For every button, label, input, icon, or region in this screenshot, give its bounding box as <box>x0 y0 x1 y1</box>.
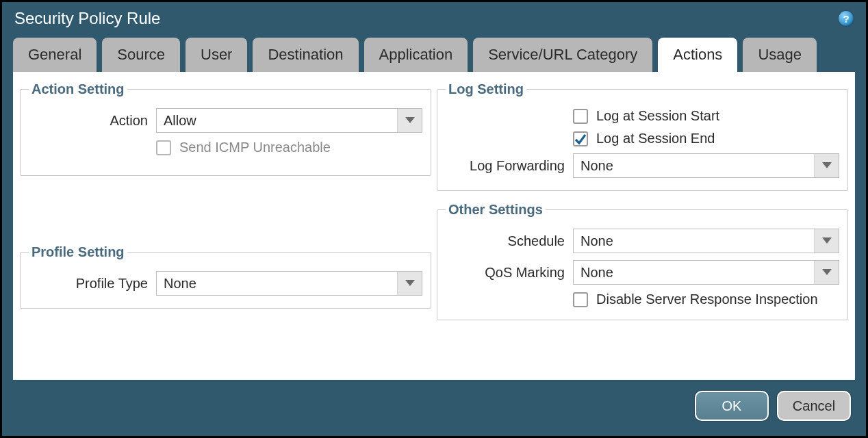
action-select[interactable]: Allow <box>156 108 422 133</box>
tab-source[interactable]: Source <box>102 38 180 72</box>
schedule-select-value: None <box>574 233 620 249</box>
profile-type-label: Profile Type <box>29 276 156 292</box>
chevron-down-icon <box>397 272 422 295</box>
action-setting-group: Action Setting Action Allow Send ICMP Un… <box>20 81 431 176</box>
log-session-end-checkbox[interactable] <box>573 131 588 146</box>
tab-user[interactable]: User <box>186 38 247 72</box>
schedule-label: Schedule <box>446 233 573 249</box>
log-forwarding-select[interactable]: None <box>573 153 839 178</box>
other-settings-legend: Other Settings <box>446 202 546 218</box>
tab-actions[interactable]: Actions <box>658 38 737 72</box>
tab-destination[interactable]: Destination <box>253 38 358 72</box>
log-forwarding-select-value: None <box>574 158 620 174</box>
tab-usage[interactable]: Usage <box>743 38 817 72</box>
profile-type-select-value: None <box>157 276 203 292</box>
button-bar: OK Cancel <box>2 380 866 436</box>
qos-marking-select-value: None <box>574 265 620 281</box>
title-bar: Security Policy Rule ? <box>2 2 866 38</box>
svg-marker-2 <box>822 162 832 168</box>
right-column: Log Setting Log at Session Start Log at … <box>437 81 848 370</box>
action-select-value: Allow <box>157 113 203 129</box>
chevron-down-icon <box>814 261 839 284</box>
svg-marker-4 <box>822 269 832 275</box>
tab-general[interactable]: General <box>13 38 97 72</box>
log-forwarding-label: Log Forwarding <box>446 158 573 174</box>
send-icmp-checkbox <box>156 140 171 155</box>
left-column: Action Setting Action Allow Send ICMP Un… <box>20 81 431 370</box>
chevron-down-icon <box>397 109 422 132</box>
tab-application[interactable]: Application <box>364 38 468 72</box>
profile-setting-legend: Profile Setting <box>29 244 127 260</box>
profile-type-select[interactable]: None <box>156 271 422 296</box>
dialog-title: Security Policy Rule <box>14 9 160 28</box>
action-label: Action <box>29 113 156 129</box>
disable-inspection-label: Disable Server Response Inspection <box>596 292 818 307</box>
ok-button[interactable]: OK <box>695 391 769 421</box>
qos-marking-select[interactable]: None <box>573 260 839 285</box>
help-icon[interactable]: ? <box>839 11 854 26</box>
svg-marker-3 <box>822 237 832 244</box>
log-setting-legend: Log Setting <box>446 81 526 97</box>
tab-strip: General Source User Destination Applicat… <box>2 38 866 72</box>
disable-inspection-checkbox[interactable] <box>573 292 588 307</box>
action-setting-legend: Action Setting <box>29 81 127 97</box>
log-session-start-checkbox[interactable] <box>573 109 588 124</box>
log-setting-group: Log Setting Log at Session Start Log at … <box>437 81 848 191</box>
log-session-start-label: Log at Session Start <box>596 108 719 124</box>
cancel-button[interactable]: Cancel <box>777 391 851 421</box>
svg-marker-1 <box>405 280 415 286</box>
dialog-window: Security Policy Rule ? General Source Us… <box>1 1 867 437</box>
chevron-down-icon <box>814 154 839 177</box>
svg-marker-0 <box>405 117 415 123</box>
profile-setting-group: Profile Setting Profile Type None <box>20 244 431 309</box>
log-session-end-label: Log at Session End <box>596 131 715 146</box>
other-settings-group: Other Settings Schedule None QoS Marking… <box>437 202 848 320</box>
actions-panel: Action Setting Action Allow Send ICMP Un… <box>13 72 855 380</box>
schedule-select[interactable]: None <box>573 229 839 253</box>
tab-service-url-category[interactable]: Service/URL Category <box>473 38 652 72</box>
chevron-down-icon <box>814 229 839 253</box>
qos-marking-label: QoS Marking <box>446 265 573 281</box>
send-icmp-label: Send ICMP Unreachable <box>179 140 331 155</box>
